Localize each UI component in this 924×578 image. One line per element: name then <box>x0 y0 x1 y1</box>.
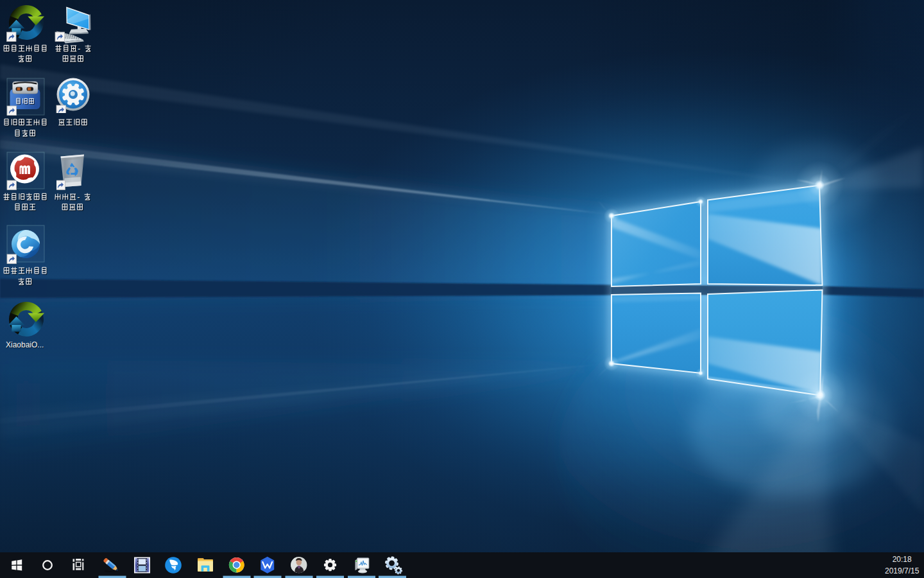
svg-text:2019/7/15: 2019/7/15 <box>885 566 920 575</box>
svg-text:20:18: 20:18 <box>893 555 912 564</box>
svg-text:XiaobaiO...: XiaobaiO... <box>6 340 44 349</box>
svg-text:-: - <box>78 44 80 53</box>
svg-text:-: - <box>77 193 80 202</box>
